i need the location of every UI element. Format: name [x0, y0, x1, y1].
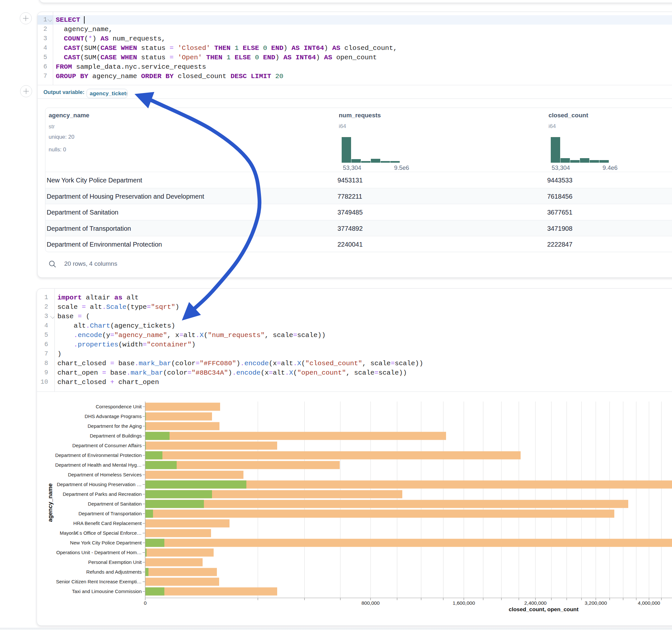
svg-text:Department of Homeless Service: Department of Homeless Services	[68, 472, 142, 477]
svg-text:Department of Housing Preserva: Department of Housing Preservation …	[57, 482, 142, 487]
svg-text:HRA Benefit Card Replacement: HRA Benefit Card Replacement	[73, 520, 142, 526]
svg-text:DHS Advantage Programs: DHS Advantage Programs	[85, 413, 142, 419]
svg-text:Personal Exemption Unit: Personal Exemption Unit	[88, 559, 142, 565]
svg-text:Department of Consumer Affairs: Department of Consumer Affairs	[72, 443, 142, 448]
svg-text:Department of Buildings: Department of Buildings	[90, 433, 142, 438]
svg-text:4,000,000: 4,000,000	[638, 600, 660, 606]
svg-text:New York City Police Departmen: New York City Police Department	[70, 540, 142, 546]
svg-text:Mayorâ€ s Office of Special En: Mayorâ€ s Office of Special Enforce…	[59, 530, 142, 536]
svg-text:1,600,000: 1,600,000	[453, 600, 475, 606]
svg-text:Operations Unit - Department o: Operations Unit - Department of Hom…	[56, 550, 142, 555]
svg-text:Taxi and Limousine Commission: Taxi and Limousine Commission	[72, 588, 142, 594]
svg-text:Department of Health and Menta: Department of Health and Mental Hyg…	[55, 462, 142, 468]
svg-text:3,200,000: 3,200,000	[584, 600, 607, 606]
svg-text:800,000: 800,000	[361, 600, 380, 606]
svg-text:2,400,000: 2,400,000	[524, 600, 547, 606]
svg-text:0: 0	[144, 600, 147, 606]
svg-text:Department of Sanitation: Department of Sanitation	[88, 501, 142, 507]
svg-text:closed_count, open_count: closed_count, open_count	[509, 606, 579, 612]
svg-text:Correspondence Unit: Correspondence Unit	[96, 404, 142, 409]
svg-text:Senior Citizen Rent Increase E: Senior Citizen Rent Increase Exempti…	[56, 579, 142, 584]
svg-text:agency_name: agency_name	[47, 483, 53, 522]
svg-text:Department of Parks and Recrea: Department of Parks and Recreation	[63, 491, 142, 497]
svg-text:Department of Environmental Pr: Department of Environmental Protection	[55, 453, 142, 458]
svg-text:Department for the Aging: Department for the Aging	[88, 423, 142, 429]
svg-text:Refunds and Adjustments: Refunds and Adjustments	[86, 569, 142, 575]
svg-text:Department of Transportation: Department of Transportation	[78, 511, 142, 516]
